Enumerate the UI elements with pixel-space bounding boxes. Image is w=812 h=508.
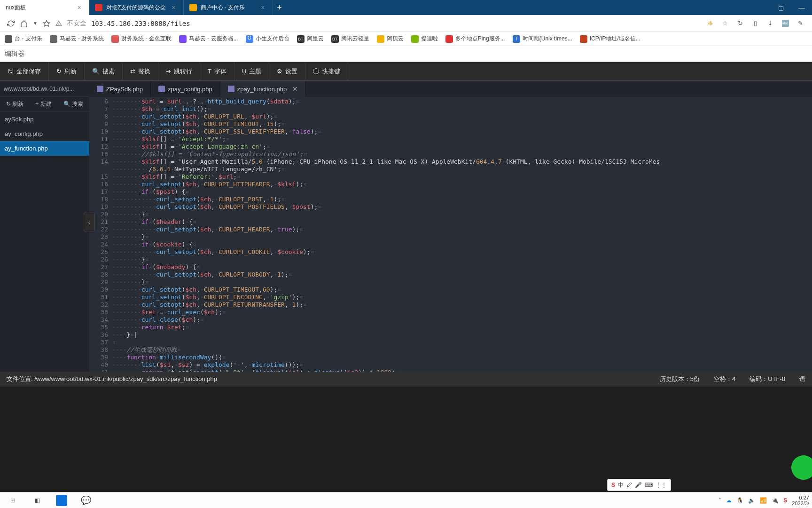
tray-up-icon[interactable]: ˄ <box>718 497 721 504</box>
home-icon[interactable] <box>20 19 28 28</box>
bookmark-1[interactable]: 马赫云 - 财务系统 <box>50 35 104 43</box>
bookmark-0[interactable]: 台 - 支付乐 <box>5 35 42 43</box>
file-tree: w/wwwroot/bd.wx-01.ink/p... ↻ 刷新 + 新建 🔍 … <box>0 81 89 372</box>
bookmark-6[interactable]: BT腾讯云轻量 <box>331 35 369 43</box>
lang-cut: 语 <box>799 375 805 383</box>
keyboard-icon: ⓘ <box>313 67 319 76</box>
tree-new-button[interactable]: + 新建 <box>35 100 51 108</box>
minimize-icon[interactable]: — <box>791 0 812 15</box>
collapse-tree-icon[interactable]: ‹ <box>84 213 95 231</box>
settings-button[interactable]: ⚙设置 <box>269 62 305 80</box>
browser-tabstrip: nux面板 × 对接Z支付的源码的公众 × 商户中心 - 支付乐 × + ▢ — <box>0 0 812 15</box>
tray-ime-icon[interactable]: S <box>783 497 787 504</box>
replace-button[interactable]: ⇄替换 <box>123 62 158 80</box>
translate-icon[interactable]: 🔤 <box>780 18 790 29</box>
tree-item-2[interactable]: ay_function.php <box>0 141 89 156</box>
star-icon[interactable] <box>42 19 51 28</box>
refresh-icon[interactable] <box>7 19 15 28</box>
bookmark-5[interactable]: BT阿里云 <box>297 35 324 43</box>
line-gutter: 6 7 8 9 10 11 12 13 14 15 16 17 18 19 20… <box>89 97 112 372</box>
download-icon[interactable]: ⭳ <box>765 18 775 29</box>
goto-button[interactable]: ➜跳转行 <box>158 62 200 80</box>
replace-icon: ⇄ <box>130 68 135 75</box>
code-content[interactable]: ········$url·=·$url·.·?·.·http_build_que… <box>112 97 812 372</box>
help-fab[interactable] <box>791 455 812 480</box>
task-wechat[interactable]: 💬 <box>76 494 96 507</box>
refresh-button[interactable]: ↻刷新 <box>49 62 85 80</box>
search-icon: 🔍 <box>92 68 100 75</box>
file-tab-1[interactable]: zpay_config.php <box>151 81 220 97</box>
search-button[interactable]: 🔍搜索 <box>85 62 123 80</box>
start-button[interactable]: ⊞ <box>3 494 23 507</box>
ext-tamper-icon[interactable]: ❈ <box>705 18 715 29</box>
save-icon: 🖫 <box>8 68 14 75</box>
indent-button[interactable]: 空格：4 <box>714 375 735 383</box>
new-tab-button[interactable]: + <box>273 0 286 15</box>
tray-wifi-icon[interactable]: 📶 <box>760 497 767 504</box>
goto-icon: ➜ <box>166 68 171 75</box>
warning-icon <box>55 20 62 27</box>
browser-tab-2[interactable]: 商户中心 - 支付乐 × <box>184 0 273 15</box>
favicon-icon <box>95 4 102 11</box>
chevron-down-icon[interactable]: ▼ <box>33 21 38 26</box>
code-editor[interactable]: 6 7 8 9 10 11 12 13 14 15 16 17 18 19 20… <box>89 97 812 372</box>
gear-icon: ⚙ <box>277 68 282 75</box>
bookmark-4[interactable]: G小生支付后台 <box>246 35 289 43</box>
tray-sound-icon[interactable]: 🔈 <box>748 497 755 504</box>
tray-batt-icon[interactable]: 🔌 <box>772 497 779 504</box>
saveall-button[interactable]: 🖫全部保存 <box>0 62 49 80</box>
panel-title: 编辑器 <box>0 46 812 62</box>
taskview-button[interactable]: ◧ <box>27 494 47 507</box>
theme-icon: U <box>242 68 246 75</box>
bookmark-10[interactable]: T时间戳(Unix times... <box>513 35 572 43</box>
tree-path[interactable]: w/wwwroot/bd.wx-01.ink/p... <box>0 81 89 97</box>
bookmark-7[interactable]: 阿贝云 <box>377 35 404 43</box>
bookmark-9[interactable]: 多个地点Ping服务... <box>445 35 505 43</box>
close-icon[interactable]: × <box>259 4 266 11</box>
theme-button[interactable]: U主题 <box>234 62 269 80</box>
tree-search-button[interactable]: 🔍 搜索 <box>63 100 83 108</box>
reader-icon[interactable]: ▯ <box>750 18 760 29</box>
close-icon[interactable]: × <box>76 4 83 11</box>
editor-toolbar: 🖫全部保存 ↻刷新 🔍搜索 ⇄替换 ➜跳转行 T字体 U主题 ⚙设置 ⓘ快捷键 <box>0 62 812 81</box>
font-icon: T <box>208 68 211 75</box>
history-button[interactable]: 历史版本：5份 <box>660 375 700 383</box>
php-icon <box>97 86 103 92</box>
eyedrop-icon[interactable]: ✎ <box>795 18 805 29</box>
bookmark-3[interactable]: 马赫云 - 云服务器... <box>179 35 238 43</box>
tree-item-0[interactable]: aySdk.php <box>0 112 89 127</box>
encoding-button[interactable]: 编码：UTF-8 <box>750 375 785 383</box>
favicon-icon <box>189 4 197 11</box>
refresh-ext-icon[interactable]: ↻ <box>735 18 745 29</box>
tray-onedrive-icon[interactable]: ☁ <box>726 497 732 504</box>
bookmark-11[interactable]: ICP/IP地址/域名信... <box>580 35 640 43</box>
file-path-label: 文件位置: /www/wwwroot/bd.wx-01.ink/public/z… <box>7 375 217 383</box>
close-icon[interactable]: ✕ <box>292 85 298 93</box>
sidebar-icon[interactable]: ▢ <box>771 0 791 15</box>
ime-toolbar[interactable]: S 中🖊🎤⌨⋮⋮ <box>607 479 671 491</box>
taskbar: ⊞ ◧ 💬 ˄ ☁ 🐧 🔈 📶 🔌 S 0:272022/3/ <box>0 492 812 508</box>
tray-penguin-icon[interactable]: 🐧 <box>736 497 743 504</box>
tree-item-1[interactable]: ay_config.php <box>0 127 89 141</box>
editor-status-bar: 文件位置: /www/wwwroot/bd.wx-01.ink/public/z… <box>0 372 812 387</box>
browser-tab-0[interactable]: nux面板 × <box>0 0 89 15</box>
clock[interactable]: 0:272022/3/ <box>792 495 809 506</box>
task-browser[interactable] <box>52 494 71 507</box>
bookmark-8[interactable]: 提速啦 <box>411 35 438 43</box>
address-bar-row: ▼ 不安全 103.45.186.233:8888/files ❈ ☆ ↻ ▯ … <box>0 15 812 32</box>
file-tab-2[interactable]: zpay_function.php✕ <box>220 81 306 97</box>
refresh-icon: ↻ <box>56 68 62 75</box>
font-button[interactable]: T字体 <box>200 62 234 80</box>
window-controls: ▢ — <box>771 0 812 15</box>
tree-refresh-button[interactable]: ↻ 刷新 <box>6 100 23 108</box>
url-input[interactable]: 不安全 103.45.186.233:8888/files <box>55 19 700 28</box>
bookmark-star-icon[interactable]: ☆ <box>720 18 730 29</box>
close-icon[interactable]: × <box>170 4 177 11</box>
php-icon <box>158 86 165 92</box>
bookmarks-bar: 台 - 支付乐 马赫云 - 财务系统 财务系统 - 金色互联 马赫云 - 云服务… <box>0 32 812 46</box>
browser-tab-1[interactable]: 对接Z支付的源码的公众 × <box>89 0 184 15</box>
svg-marker-0 <box>43 20 49 26</box>
file-tab-0[interactable]: ZPaySdk.php <box>89 81 151 97</box>
hotkey-button[interactable]: ⓘ快捷键 <box>305 62 348 80</box>
bookmark-2[interactable]: 财务系统 - 金色互联 <box>111 35 172 43</box>
